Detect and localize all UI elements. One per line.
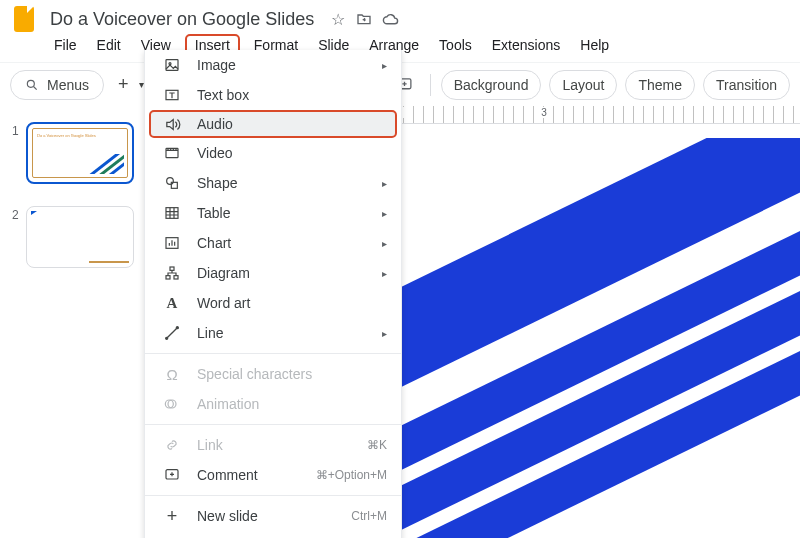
menus-label: Menus <box>47 77 89 93</box>
slides-logo-icon[interactable] <box>14 6 34 32</box>
menu-item-label: Image <box>197 57 236 73</box>
menu-item-label: Video <box>197 145 233 161</box>
menu-shortcut: ⌘K <box>367 438 387 452</box>
toolbar-separator <box>430 74 431 96</box>
menu-extensions[interactable]: Extensions <box>486 34 566 56</box>
omega-icon: Ω <box>161 366 183 383</box>
menu-item-label: Word art <box>197 295 250 311</box>
menu-item-wordart[interactable]: A Word art <box>145 288 401 318</box>
menu-item-shape[interactable]: Shape ▸ <box>145 168 401 198</box>
comment-icon <box>161 467 183 483</box>
menu-item-label: Comment <box>197 467 258 483</box>
menu-file[interactable]: File <box>48 34 83 56</box>
svg-rect-6 <box>166 60 178 71</box>
svg-point-17 <box>166 337 168 339</box>
header: Do a Voiceover on Google Slides ☆ File E… <box>0 0 800 56</box>
menu-shortcut: ⌘+Option+M <box>316 468 387 482</box>
menu-separator <box>145 353 401 354</box>
transition-button[interactable]: Transition <box>703 70 790 100</box>
textbox-icon <box>161 87 183 103</box>
slide-content: Do a Voiceover on Google Slides <box>32 128 128 178</box>
menu-item-table[interactable]: Table ▸ <box>145 198 401 228</box>
slide-title-text: Do a Voiceover on Google Slides <box>37 133 123 138</box>
audio-icon <box>161 116 183 133</box>
plus-icon: + <box>113 70 134 99</box>
menu-separator <box>145 424 401 425</box>
decorative-corner <box>89 261 129 264</box>
menu-item-label: Audio <box>197 116 233 132</box>
menu-item-animation: Animation <box>145 389 401 419</box>
cloud-status-icon[interactable] <box>378 11 402 28</box>
menu-tools[interactable]: Tools <box>433 34 478 56</box>
layout-button[interactable]: Layout <box>549 70 617 100</box>
svg-point-10 <box>167 178 174 185</box>
slide-thumbnail-1[interactable]: 1 Do a Voiceover on Google Slides <box>0 116 144 200</box>
wordart-icon: A <box>161 295 183 312</box>
menu-item-comment[interactable]: Comment ⌘+Option+M <box>145 460 401 490</box>
menu-item-label: Link <box>197 437 223 453</box>
submenu-arrow-icon: ▸ <box>382 178 387 189</box>
menu-item-textbox[interactable]: Text box <box>145 80 401 110</box>
theme-button[interactable]: Theme <box>625 70 695 100</box>
slide-panel: 1 Do a Voiceover on Google Slides 2 <box>0 106 144 538</box>
move-folder-icon[interactable] <box>352 11 376 27</box>
slide-thumbnail-2[interactable]: 2 <box>0 200 144 284</box>
image-icon <box>161 57 183 73</box>
menu-item-label: Animation <box>197 396 259 412</box>
slide-thumbnail[interactable] <box>26 206 134 268</box>
menu-item-new-slide[interactable]: + New slide Ctrl+M <box>145 501 401 531</box>
submenu-arrow-icon: ▸ <box>382 268 387 279</box>
insert-menu-dropdown: Image ▸ Text box Audio Video Shape ▸ Tab… <box>144 50 402 538</box>
link-icon <box>161 437 183 453</box>
title-row: Do a Voiceover on Google Slides ☆ <box>0 6 800 32</box>
svg-rect-16 <box>174 276 178 279</box>
menu-item-audio[interactable]: Audio <box>149 110 397 138</box>
animation-icon <box>161 396 183 412</box>
menu-item-image[interactable]: Image ▸ <box>145 50 401 80</box>
menu-help[interactable]: Help <box>574 34 615 56</box>
menu-separator <box>145 495 401 496</box>
menus-search-button[interactable]: Menus <box>10 70 104 100</box>
title-icons: ☆ <box>324 10 402 29</box>
background-button[interactable]: Background <box>441 70 542 100</box>
menu-item-label: Chart <box>197 235 231 251</box>
menu-item-label: Line <box>197 325 223 341</box>
menu-item-chart[interactable]: Chart ▸ <box>145 228 401 258</box>
menu-item-video[interactable]: Video <box>145 138 401 168</box>
video-icon <box>161 145 183 161</box>
submenu-arrow-icon: ▸ <box>382 328 387 339</box>
menu-item-link: Link ⌘K <box>145 430 401 460</box>
shape-icon <box>161 175 183 191</box>
menu-item-label: Table <box>197 205 230 221</box>
menu-item-label: Shape <box>197 175 237 191</box>
slide-thumbnail[interactable]: Do a Voiceover on Google Slides <box>26 122 134 184</box>
menu-item-label: Diagram <box>197 265 250 281</box>
svg-point-0 <box>27 80 34 87</box>
submenu-arrow-icon: ▸ <box>382 238 387 249</box>
slide-number: 2 <box>12 206 26 268</box>
menu-shortcut: Ctrl+M <box>351 509 387 523</box>
menu-item-special-characters: Ω Special characters <box>145 359 401 389</box>
ruler-mark: 3 <box>539 107 549 118</box>
submenu-arrow-icon: ▸ <box>382 208 387 219</box>
decorative-corner <box>31 211 37 215</box>
menu-item-label: New slide <box>197 508 258 524</box>
chart-icon <box>161 235 183 251</box>
slide-number: 1 <box>12 122 26 184</box>
menu-item-diagram[interactable]: Diagram ▸ <box>145 258 401 288</box>
menu-item-label: Text box <box>197 87 249 103</box>
star-icon[interactable]: ☆ <box>326 10 350 29</box>
menu-item-label: Special characters <box>197 366 312 382</box>
svg-rect-14 <box>170 267 174 270</box>
submenu-arrow-icon: ▸ <box>382 60 387 71</box>
svg-rect-15 <box>166 276 170 279</box>
svg-rect-12 <box>166 208 178 219</box>
menu-item-line[interactable]: Line ▸ <box>145 318 401 348</box>
menu-edit[interactable]: Edit <box>91 34 127 56</box>
svg-point-18 <box>176 327 178 329</box>
table-icon <box>161 205 183 221</box>
menu-item-slide-numbers[interactable]: # Slide numbers <box>145 531 401 538</box>
doc-title[interactable]: Do a Voiceover on Google Slides <box>50 9 314 30</box>
decorative-lines <box>86 154 124 174</box>
line-icon <box>161 325 183 341</box>
